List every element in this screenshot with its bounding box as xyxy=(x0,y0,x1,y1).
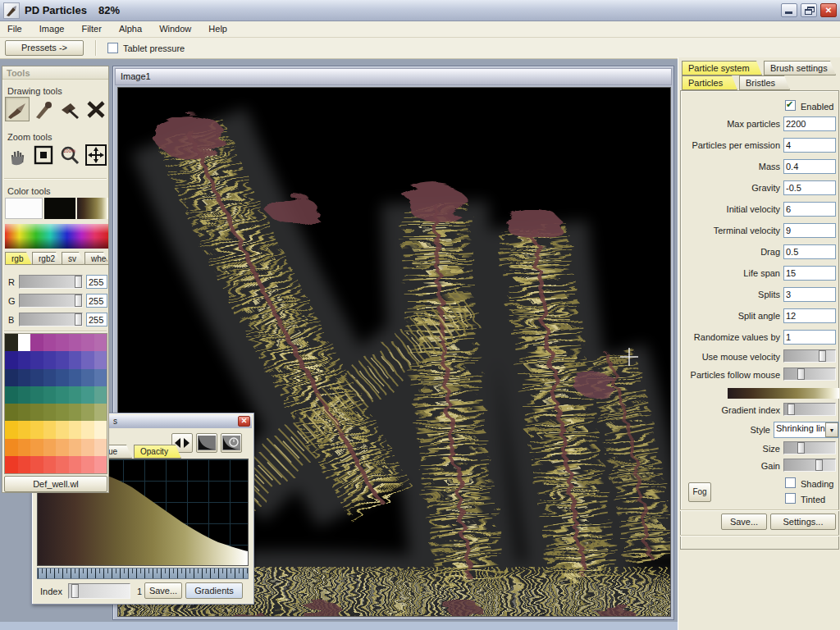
palette-swatch[interactable] xyxy=(69,439,82,456)
foreground-color-swatch[interactable] xyxy=(44,198,75,219)
slider-thumb[interactable] xyxy=(797,442,805,454)
brush-tool-button[interactable] xyxy=(5,97,30,121)
b-slider[interactable] xyxy=(19,313,83,326)
gradient-window-close-button[interactable]: ✕ xyxy=(238,416,250,427)
split-angle-input[interactable] xyxy=(783,308,836,323)
slider-thumb[interactable] xyxy=(819,350,826,362)
slider-thumb[interactable] xyxy=(788,404,795,415)
b-slider-thumb[interactable] xyxy=(75,313,82,326)
slider-thumb[interactable] xyxy=(815,459,823,471)
palette-swatch[interactable] xyxy=(94,334,107,351)
tab-particles[interactable]: Particles xyxy=(682,75,737,90)
randomize-values-input[interactable] xyxy=(783,330,836,345)
r-value-input[interactable] xyxy=(86,275,107,289)
palette-swatch[interactable] xyxy=(43,351,57,368)
palette-swatch[interactable] xyxy=(5,421,18,438)
b-value-input[interactable] xyxy=(86,313,107,326)
eraser-tool-button[interactable] xyxy=(57,97,82,121)
palette-swatch[interactable] xyxy=(81,369,94,386)
palette-swatch[interactable] xyxy=(56,421,69,438)
palette-swatch[interactable] xyxy=(69,386,82,404)
palette-file-button[interactable]: Def_well.wl xyxy=(4,476,107,492)
palette-swatch[interactable] xyxy=(81,351,94,368)
app-titlebar[interactable]: PD Particles 82% ✕ xyxy=(0,0,840,21)
palette-swatch[interactable] xyxy=(81,439,94,456)
palette-swatch[interactable] xyxy=(56,386,69,404)
minimize-button[interactable] xyxy=(781,3,797,17)
palette-swatch[interactable] xyxy=(5,351,18,368)
tab-particle-system[interactable]: Particle system xyxy=(682,61,762,75)
gradient-ruler[interactable] xyxy=(37,568,249,579)
palette-swatch[interactable] xyxy=(56,456,69,473)
menu-image[interactable]: Image xyxy=(32,21,72,36)
palette-swatch[interactable] xyxy=(18,439,31,456)
palette-swatch[interactable] xyxy=(81,334,94,351)
palette-swatch[interactable] xyxy=(43,404,57,421)
palette-swatch[interactable] xyxy=(18,456,31,473)
palette-swatch[interactable] xyxy=(69,334,82,351)
palette-swatch[interactable] xyxy=(30,421,43,438)
palette-swatch[interactable] xyxy=(94,439,107,456)
image-window-titlebar[interactable]: Image1 xyxy=(115,68,672,85)
palette-swatch[interactable] xyxy=(94,369,107,386)
palette-swatch[interactable] xyxy=(18,351,31,368)
restore-button[interactable] xyxy=(801,3,817,17)
palette-swatch[interactable] xyxy=(18,404,31,421)
fit-view-button[interactable] xyxy=(31,143,56,167)
palette-swatch[interactable] xyxy=(5,404,18,421)
palette-swatch[interactable] xyxy=(69,369,82,386)
index-slider-thumb[interactable] xyxy=(71,584,79,598)
size-slider[interactable] xyxy=(783,441,836,454)
gain-slider[interactable] xyxy=(783,459,836,472)
menu-file[interactable]: File xyxy=(0,21,30,36)
palette-swatch[interactable] xyxy=(81,386,94,404)
r-slider[interactable] xyxy=(19,275,83,289)
palette-swatch[interactable] xyxy=(5,456,18,473)
gradient-save-button[interactable]: Save... xyxy=(144,582,182,599)
menu-alpha[interactable]: Alpha xyxy=(112,21,149,36)
drag-input[interactable] xyxy=(783,244,836,259)
gradient-swatch[interactable] xyxy=(77,198,108,219)
palette-swatch[interactable] xyxy=(30,404,43,421)
g-slider[interactable] xyxy=(19,294,83,308)
style-dropdown[interactable]: Shrinking lin ▼ xyxy=(774,422,839,438)
palette-swatch[interactable] xyxy=(94,404,107,421)
tab-rgb[interactable]: rgb xyxy=(5,252,32,265)
palette-swatch[interactable] xyxy=(69,456,82,473)
tab-bristles[interactable]: Bristles xyxy=(739,75,790,90)
background-color-swatch[interactable] xyxy=(5,198,43,219)
timed-curve-button[interactable] xyxy=(221,433,242,453)
palette-swatch[interactable] xyxy=(43,369,57,386)
palette-swatch[interactable] xyxy=(43,334,57,351)
r-slider-thumb[interactable] xyxy=(75,276,82,288)
palette-swatch[interactable] xyxy=(81,456,94,473)
life-span-input[interactable] xyxy=(783,266,836,281)
index-slider[interactable] xyxy=(68,583,130,599)
palette-swatch[interactable] xyxy=(69,351,82,368)
tinted-checkbox[interactable] xyxy=(785,493,796,504)
menu-window[interactable]: Window xyxy=(152,21,199,36)
palette-swatch[interactable] xyxy=(18,386,31,404)
palette-swatch[interactable] xyxy=(56,439,69,456)
gradient-index-slider[interactable] xyxy=(783,403,836,416)
palette-swatch[interactable] xyxy=(5,386,18,404)
splits-input[interactable] xyxy=(783,287,836,302)
hue-spectrum-picker[interactable] xyxy=(5,224,108,249)
g-value-input[interactable] xyxy=(86,294,107,308)
gravity-input[interactable] xyxy=(783,180,836,195)
palette-swatch[interactable] xyxy=(94,456,107,473)
palette-swatch[interactable] xyxy=(56,351,69,368)
palette-swatch[interactable] xyxy=(69,404,82,421)
particle-save-button[interactable]: Save... xyxy=(721,514,767,530)
max-particles-input[interactable] xyxy=(783,116,836,131)
pan-tool-button[interactable] xyxy=(5,143,30,167)
move-view-button[interactable] xyxy=(84,143,108,167)
dropdown-button[interactable]: ▼ xyxy=(825,422,838,437)
palette-swatch[interactable] xyxy=(56,369,69,386)
palette-swatch[interactable] xyxy=(81,421,94,438)
palette-swatch[interactable] xyxy=(18,421,31,438)
initial-velocity-input[interactable] xyxy=(783,202,836,217)
palette-swatch[interactable] xyxy=(56,404,69,421)
mass-input[interactable] xyxy=(783,159,836,174)
tab-rgb2[interactable]: rgb2 xyxy=(32,252,62,265)
